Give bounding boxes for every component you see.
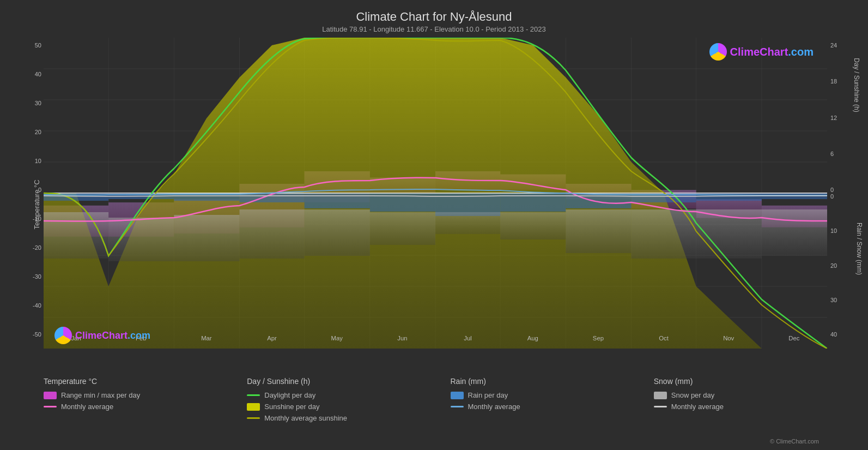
- svg-text:Oct: Oct: [659, 335, 669, 341]
- legend-sunshine-avg: Monthly average sunshine: [247, 414, 450, 422]
- ytick-right-6: 6: [830, 151, 834, 157]
- legend-swatch-temp-range: [44, 392, 57, 399]
- legend-label-temp-range: Range min / max per day: [61, 391, 140, 399]
- chart-title: Climate Chart for Ny-Ålesund: [11, 10, 857, 24]
- legend-line-snow-avg: [654, 406, 667, 407]
- ytick-n50: -50: [33, 331, 41, 338]
- legend-rain-avg: Monthly average: [451, 403, 654, 411]
- y-label-left: Temperature °C: [33, 179, 41, 229]
- ytick-20: 20: [35, 129, 41, 135]
- ytick-right-r10: 10: [830, 227, 837, 234]
- legend-line-rain-avg: [451, 406, 464, 407]
- ytick-right-r0: 0: [830, 193, 834, 200]
- ytick-n30: -30: [33, 273, 41, 280]
- svg-text:Nov: Nov: [723, 335, 735, 341]
- svg-rect-50: [370, 212, 435, 245]
- logo-bottom: ClimeChart.com: [54, 327, 150, 344]
- ytick-n40: -40: [33, 302, 41, 309]
- legend-sunshine-per-day: Sunshine per day: [247, 403, 450, 411]
- legend-snow-per-day: Snow per day: [654, 391, 857, 399]
- legend-temperature: Temperature °C Range min / max per day M…: [44, 377, 247, 437]
- y-axis-right-bottom: 0 10 20 30 40: [827, 193, 857, 349]
- legend-swatch-rain: [451, 392, 464, 399]
- ytick-right-12: 12: [830, 115, 837, 121]
- legend-label-snow-avg: Monthly average: [671, 403, 724, 411]
- legend-rain-per-day: Rain per day: [451, 391, 654, 399]
- svg-rect-49: [305, 209, 370, 256]
- svg-text:Aug: Aug: [527, 335, 538, 341]
- ytick-right-24: 24: [830, 42, 837, 49]
- ytick-right-18: 18: [830, 78, 837, 85]
- svg-rect-45: [44, 212, 108, 259]
- svg-rect-56: [762, 209, 827, 256]
- legend-label-snow: Snow per day: [671, 391, 715, 399]
- chart-subtitle: Latitude 78.91 - Longitude 11.667 - Elev…: [11, 25, 857, 33]
- legend-sunshine: Day / Sunshine (h) Daylight per day Suns…: [247, 377, 450, 437]
- svg-text:Jun: Jun: [397, 335, 407, 341]
- legend-label-sunshine-avg: Monthly average sunshine: [264, 414, 347, 422]
- svg-text:Dec: Dec: [788, 335, 800, 341]
- logo-icon-top: [709, 43, 727, 61]
- legend-line-temp-avg: [44, 406, 57, 407]
- legend-swatch-snow: [654, 392, 667, 399]
- legend-label-rain-avg: Monthly average: [468, 403, 520, 411]
- logo-icon-bottom: [54, 327, 72, 344]
- ytick-50: 50: [35, 42, 41, 49]
- legend-label-temp-avg: Monthly average: [61, 403, 113, 411]
- logo-text-bottom: ClimeChart.com: [75, 330, 150, 341]
- ytick-right-r40: 40: [830, 331, 837, 338]
- y-label-right-top: Day / Sunshine (h): [852, 58, 860, 112]
- y-label-right-bottom: Rain / Snow (mm): [855, 223, 863, 275]
- legend-temp-heading: Temperature °C: [44, 377, 247, 386]
- chart-svg: Jan Feb Mar Apr May Jun Jul Aug Sep Oct …: [44, 38, 827, 349]
- legend-label-daylight: Daylight per day: [264, 391, 315, 399]
- logo-text-top: ClimeChart.com: [730, 46, 814, 58]
- legend-daylight: Daylight per day: [247, 391, 450, 399]
- legend-rain: Rain (mm) Rain per day Monthly average: [451, 377, 654, 437]
- ytick-right-0: 0: [830, 187, 834, 193]
- svg-text:Mar: Mar: [201, 335, 212, 341]
- legend-line-daylight: [247, 394, 260, 396]
- legend-area: Temperature °C Range min / max per day M…: [11, 371, 857, 437]
- legend-snow-avg: Monthly average: [654, 403, 857, 411]
- ytick-40: 40: [35, 71, 41, 77]
- legend-temp-range: Range min / max per day: [44, 391, 247, 399]
- legend-sunshine-heading: Day / Sunshine (h): [247, 377, 450, 386]
- svg-rect-48: [240, 209, 305, 259]
- ytick-n20: -20: [33, 244, 41, 251]
- ytick-10: 10: [35, 158, 41, 164]
- legend-label-rain: Rain per day: [468, 391, 508, 399]
- svg-rect-52: [500, 212, 566, 239]
- svg-rect-51: [435, 212, 500, 234]
- ytick-30: 30: [35, 100, 41, 106]
- legend-line-sunshine-avg: [247, 417, 260, 419]
- ytick-right-r20: 20: [830, 262, 837, 269]
- svg-rect-47: [174, 215, 239, 261]
- legend-snow: Snow (mm) Snow per day Monthly average: [654, 377, 857, 437]
- svg-rect-46: [108, 218, 174, 261]
- logo-top: ClimeChart.com: [709, 43, 814, 61]
- svg-text:Jul: Jul: [464, 335, 471, 341]
- chart-header: Climate Chart for Ny-Ålesund Latitude 78…: [11, 5, 857, 35]
- svg-text:May: May: [331, 335, 343, 341]
- svg-rect-53: [566, 209, 631, 253]
- legend-rain-heading: Rain (mm): [451, 377, 654, 386]
- legend-swatch-sunshine: [247, 403, 260, 411]
- ytick-right-r30: 30: [830, 297, 837, 303]
- copyright: © ClimeChart.com: [11, 438, 857, 445]
- svg-text:Sep: Sep: [593, 335, 604, 341]
- svg-rect-43: [696, 193, 762, 201]
- legend-label-sunshine: Sunshine per day: [264, 403, 319, 411]
- svg-text:Apr: Apr: [267, 335, 277, 341]
- main-container: Climate Chart for Ny-Ålesund Latitude 78…: [0, 0, 868, 450]
- chart-area: 50 40 30 20 10 0 -10 -20 -30 -40 -50 Tem…: [11, 38, 857, 371]
- legend-snow-heading: Snow (mm): [654, 377, 857, 386]
- svg-rect-54: [632, 209, 696, 259]
- legend-temp-avg: Monthly average: [44, 403, 247, 411]
